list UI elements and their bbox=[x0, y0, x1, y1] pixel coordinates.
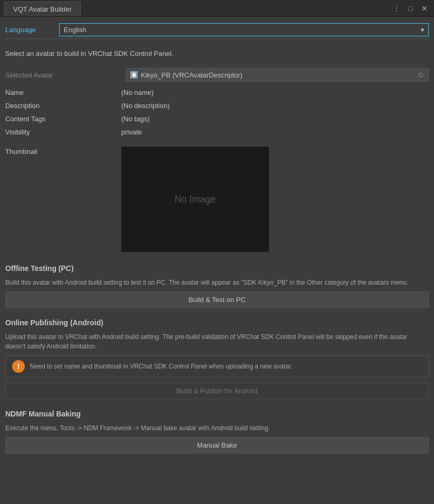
close-icon[interactable]: ✕ bbox=[419, 3, 430, 14]
thumbnail-label: Thumbnail bbox=[5, 147, 121, 157]
menu-dots-icon[interactable]: ⋮ bbox=[391, 3, 402, 14]
online-publishing-header: Online Publishing (Android) bbox=[5, 316, 429, 329]
maximize-icon[interactable]: □ bbox=[407, 3, 415, 14]
build-publish-android-button[interactable]: Build & Publish for Android bbox=[5, 383, 429, 399]
avatar-field-inner: 📋 Kikyo_PB (VRCAvatarDescriptor) bbox=[130, 71, 243, 79]
selected-avatar-label: Selected Avatar bbox=[5, 71, 121, 79]
ndmf-desc: Execute the menu, Tools -> NDM Framework… bbox=[5, 423, 429, 433]
ndmf-header: NDMF Manual Baking bbox=[5, 408, 429, 420]
prop-row-visibility: Visibility private bbox=[5, 125, 429, 139]
avatar-field: 📋 Kikyo_PB (VRCAvatarDescriptor) ⊙ bbox=[126, 68, 429, 82]
main-content: Language English Japanese Chinese ▼ Sele… bbox=[0, 17, 434, 466]
thumbnail-box: No Image bbox=[121, 147, 269, 252]
prop-row-description: Description (No description) bbox=[5, 99, 429, 112]
properties-table: Name (No name) Description (No descripti… bbox=[5, 86, 429, 139]
prop-value-visibility: private bbox=[121, 127, 429, 137]
warning-box: ! Need to set name and thumbnail in VRCh… bbox=[5, 355, 429, 377]
title-tab-label: VQT Avatar Builder bbox=[13, 5, 72, 13]
language-select-wrapper: English Japanese Chinese ▼ bbox=[59, 23, 429, 36]
prop-label-visibility: Visibility bbox=[5, 127, 121, 137]
online-publishing-desc: Upload this avatar to VRChat with Androi… bbox=[5, 332, 429, 351]
language-label: Language bbox=[5, 26, 53, 34]
offline-testing-section: Offline Testing (PC) Build this avatar w… bbox=[5, 262, 429, 308]
prop-value-content-tags: (No tags) bbox=[121, 114, 429, 124]
title-bar-controls: ⋮ □ ✕ bbox=[391, 3, 430, 14]
thumbnail-container: Thumbnail No Image bbox=[5, 145, 429, 254]
target-icon[interactable]: ⊙ bbox=[418, 71, 424, 79]
title-tab[interactable]: VQT Avatar Builder bbox=[4, 2, 81, 16]
offline-testing-header: Offline Testing (PC) bbox=[5, 262, 429, 275]
title-bar: VQT Avatar Builder ⋮ □ ✕ bbox=[0, 0, 434, 17]
prop-value-description: (No description) bbox=[121, 101, 429, 111]
language-select[interactable]: English Japanese Chinese bbox=[59, 23, 429, 36]
prop-row-name: Name (No name) bbox=[5, 86, 429, 99]
title-bar-left: VQT Avatar Builder bbox=[4, 1, 81, 16]
instruction-text: Select an avatar to build in VRChat SDK … bbox=[5, 47, 429, 60]
online-publishing-section: Online Publishing (Android) Upload this … bbox=[5, 316, 429, 399]
avatar-section: Selected Avatar 📋 Kikyo_PB (VRCAvatarDes… bbox=[5, 68, 429, 82]
prop-value-name: (No name) bbox=[121, 88, 429, 98]
no-image-text: No Image bbox=[175, 194, 216, 205]
avatar-descriptor-icon: 📋 bbox=[130, 71, 138, 79]
ndmf-section: NDMF Manual Baking Execute the menu, Too… bbox=[5, 408, 429, 453]
prop-row-content-tags: Content Tags (No tags) bbox=[5, 112, 429, 125]
build-test-pc-button[interactable]: Build & Test on PC bbox=[5, 292, 429, 308]
avatar-name: Kikyo_PB (VRCAvatarDescriptor) bbox=[141, 71, 243, 79]
manual-bake-button[interactable]: Manual Bake bbox=[5, 437, 429, 453]
language-row: Language English Japanese Chinese ▼ bbox=[5, 21, 429, 39]
warning-text: Need to set name and thumbnail in VRChat… bbox=[30, 362, 293, 371]
avatar-row: Selected Avatar 📋 Kikyo_PB (VRCAvatarDes… bbox=[5, 68, 429, 82]
prop-label-content-tags: Content Tags bbox=[5, 114, 121, 124]
prop-label-description: Description bbox=[5, 101, 121, 111]
offline-testing-desc: Build this avatar with Android build set… bbox=[5, 278, 429, 287]
prop-label-name: Name bbox=[5, 88, 121, 98]
warning-icon: ! bbox=[12, 360, 25, 373]
